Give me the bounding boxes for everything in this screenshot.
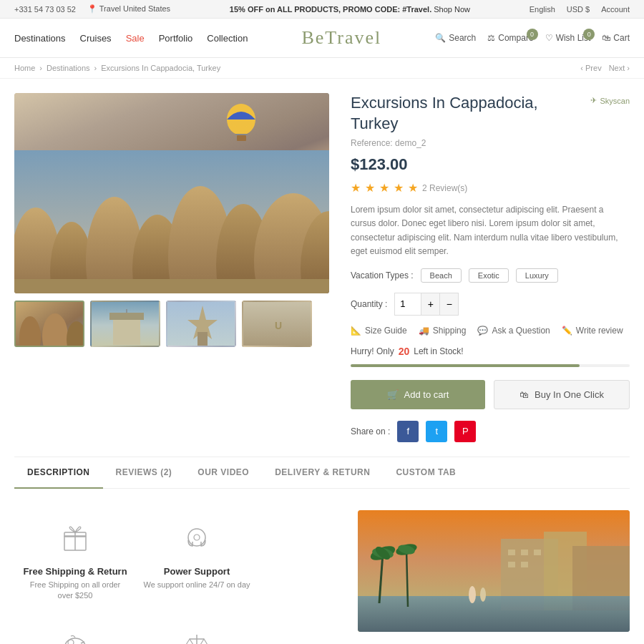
ask-question-link[interactable]: 💬 Ask a Question [477, 326, 550, 336]
product-description: Lorem ipsum dolor sit amet, consectetur … [351, 203, 630, 258]
location: 📍 Travel United States [87, 4, 170, 14]
promo-banner: 15% OFF on ALL PRODUCTS, PROMO CODE: #Tr… [230, 5, 470, 14]
product-info: Excursions In Cappadocia, Turkey ✈ Skysc… [351, 93, 630, 442]
vacation-label: Vacation Types : [351, 270, 414, 280]
breadcrumb-home[interactable]: Home [14, 64, 35, 72]
search-button[interactable]: 🔍 Search [435, 33, 476, 43]
nav-portfolio[interactable]: Portfolio [159, 33, 193, 44]
star-1: ★ [351, 181, 361, 195]
next-link[interactable]: Next › [609, 64, 630, 72]
feature-1-title: Free Shipping & Return [21, 566, 129, 577]
thumbnail-list: U [14, 301, 329, 347]
nav-destinations[interactable]: Destinations [14, 33, 66, 44]
tab-content-wrapper: Free Shipping & Return Free Shipping on … [14, 510, 630, 644]
top-bar-right: English USD $ Account [530, 5, 630, 14]
currency-selector[interactable]: USD $ [567, 5, 590, 14]
write-review-link[interactable]: ✏️ Write review [562, 326, 623, 336]
top-bar: +331 54 73 03 52 📍 Travel United States … [0, 0, 644, 19]
compare-badge: 0 [527, 29, 538, 40]
nav-cruises[interactable]: Cruises [80, 33, 112, 44]
feature-money: Money Guarantee 25 days money back guara… [14, 616, 136, 644]
svg-point-54 [469, 586, 476, 603]
prev-link[interactable]: ‹ Prev [580, 64, 601, 72]
quantity-increase[interactable]: + [421, 293, 439, 315]
buy-now-button[interactable]: 🛍 Buy In One Click [494, 380, 630, 409]
account-link[interactable]: Account [601, 5, 630, 14]
twitter-share[interactable]: t [426, 421, 447, 442]
breadcrumb-destinations[interactable]: Destinations [47, 64, 90, 72]
tab-content-description: Free Shipping & Return Free Shipping on … [14, 489, 630, 644]
compare-button[interactable]: ⚖ Compare 0 [487, 33, 533, 43]
shop-now-link[interactable]: Shop Now [434, 5, 470, 14]
vacation-exotic[interactable]: Exotic [469, 268, 509, 283]
language-selector[interactable]: English [530, 5, 555, 14]
feature-payment: Payment Secured All payment secured and … [136, 616, 258, 644]
thumbnail-4[interactable]: U [242, 301, 312, 347]
svg-rect-11 [235, 134, 248, 135]
thumbnail-1[interactable] [14, 301, 84, 347]
tab-reviews[interactable]: REVIEWS (2) [103, 457, 185, 489]
skyscan-label: Skyscan [600, 97, 630, 105]
nav-sale[interactable]: Sale [126, 33, 145, 44]
add-to-cart-button[interactable]: 🛒 Add to cart [351, 380, 485, 409]
quantity-decrease[interactable]: − [439, 293, 458, 315]
thumbnail-2[interactable] [90, 301, 160, 347]
features-grid: Free Shipping & Return Free Shipping on … [14, 510, 336, 644]
tab-delivery[interactable]: DELIVERY & RETURN [262, 457, 383, 489]
product-actions: 📐 Size Guide 🚚 Shipping 💬 Ask a Question… [351, 326, 630, 336]
nav-collection[interactable]: Collection [207, 33, 248, 44]
svg-rect-42 [521, 550, 528, 555]
ruler-icon: 📐 [351, 326, 361, 336]
svg-rect-44 [508, 562, 515, 567]
site-logo[interactable]: BeTravel [301, 27, 381, 49]
star-2: ★ [365, 181, 375, 195]
breadcrumb: Home › Destinations › Excursions In Capp… [0, 58, 644, 79]
shipping-link[interactable]: 🚚 Shipping [419, 326, 467, 336]
feature-2-desc: We support online 24/7 on day [143, 580, 250, 590]
gift-icon [21, 525, 129, 559]
stock-count: 20 [399, 346, 410, 357]
tab-custom[interactable]: CUSTOM TAB [383, 457, 469, 489]
svg-point-55 [480, 587, 486, 602]
resort-image-container [358, 510, 630, 644]
feature-2-title: Power Support [143, 566, 250, 577]
resort-image [358, 510, 630, 632]
search-icon: 🔍 [435, 33, 446, 43]
svg-rect-12 [237, 135, 246, 141]
header: Destinations Cruises Sale Portfolio Coll… [0, 19, 644, 58]
cart-icon: 🛍 [602, 33, 610, 43]
quantity-input[interactable] [395, 293, 421, 315]
quantity-control: + − [394, 293, 459, 316]
headset-icon [143, 525, 250, 559]
tab-video[interactable]: OUR VIDEO [185, 457, 262, 489]
stock-text: Hurry! Only [351, 346, 394, 356]
svg-rect-46 [358, 596, 630, 632]
size-guide-link[interactable]: 📐 Size Guide [351, 326, 407, 336]
prev-next-nav: ‹ Prev Next › [580, 64, 630, 72]
breadcrumb-current: Excursions In Cappadocia, Turkey [101, 64, 220, 72]
quantity-label: Quantity : [351, 299, 387, 309]
svg-rect-18 [113, 316, 140, 345]
product-price: $123.00 [351, 155, 630, 174]
add-cart-label: Add to cart [404, 389, 449, 400]
cart-icon-btn: 🛒 [387, 389, 399, 400]
tab-description[interactable]: DESCRIPTION [14, 457, 103, 489]
thumbnail-3[interactable] [166, 301, 236, 347]
product-reference: Reference: demo_2 [351, 138, 630, 148]
pinterest-share[interactable]: P [454, 421, 476, 442]
wishlist-button[interactable]: ♡ Wish List 0 [545, 33, 591, 43]
heart-icon: ♡ [545, 33, 553, 43]
main-nav: Destinations Cruises Sale Portfolio Coll… [14, 33, 248, 44]
reviews-count[interactable]: 2 Review(s) [422, 183, 467, 193]
facebook-share[interactable]: f [397, 421, 419, 442]
truck-icon: 🚚 [419, 326, 429, 336]
feature-free-shipping: Free Shipping & Return Free Shipping on … [14, 510, 136, 616]
cart-button[interactable]: 🛍 Cart [602, 33, 630, 43]
wishlist-badge: 0 [583, 29, 595, 40]
svg-point-29 [188, 529, 205, 546]
svg-rect-45 [521, 562, 528, 567]
vacation-beach[interactable]: Beach [421, 268, 462, 283]
tabs-navigation: DESCRIPTION REVIEWS (2) OUR VIDEO DELIVE… [14, 457, 630, 489]
vacation-luxury[interactable]: Luxury [516, 268, 558, 283]
svg-rect-22 [197, 332, 208, 346]
